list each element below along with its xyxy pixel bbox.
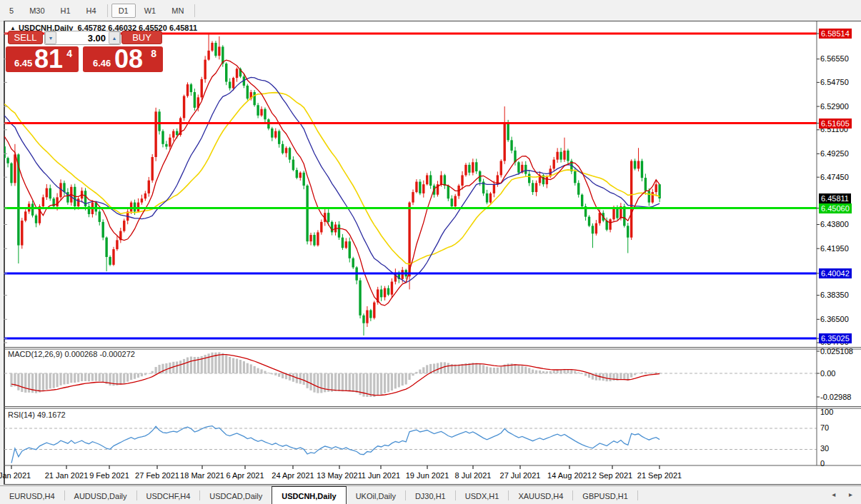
timeframe-toolbar: 5M30H1H4D1W1MN [0, 0, 861, 21]
tab-scroll-arrows[interactable]: ◂ ▸ [832, 490, 858, 498]
sell-price-big: 81 [34, 46, 63, 72]
chart-tab-audusd[interactable]: AUDUSD,Daily [65, 486, 136, 504]
timeframe-button-5[interactable]: 5 [2, 4, 21, 18]
timeframe-button-w1[interactable]: W1 [137, 4, 164, 18]
chart-tab-eurusd[interactable]: EURUSD,H4 [0, 486, 64, 504]
sell-price-pip: 4 [66, 48, 72, 59]
tab-separator [637, 490, 638, 500]
price-chart-canvas[interactable] [4, 21, 861, 485]
timeframe-button-d1[interactable]: D1 [111, 4, 136, 18]
toolbar-separator [194, 4, 195, 17]
timeframe-button-h4[interactable]: H4 [79, 4, 104, 18]
volume-input[interactable] [56, 31, 109, 44]
chart-tab-xauusd[interactable]: XAUUSD,H4 [509, 486, 572, 504]
volume-increase-button[interactable]: ▲ [109, 31, 120, 44]
chart-tab-usdchf[interactable]: USDCHF,H4 [137, 486, 200, 504]
sell-button[interactable]: SELL [8, 31, 43, 44]
buy-price-block[interactable]: 6.46 08 8 [83, 46, 163, 72]
buy-price-big: 08 [114, 46, 143, 72]
chart-tab-usdx[interactable]: USDX,H1 [456, 486, 509, 504]
chart-tab-ukoil[interactable]: UKOil,Daily [347, 486, 405, 504]
timeframe-button-mn[interactable]: MN [164, 4, 191, 18]
volume-decrease-button[interactable]: ▼ [45, 31, 56, 44]
chart-tab-gbpusd[interactable]: GBPUSD,H1 [573, 486, 637, 504]
chart-tab-usdcad[interactable]: USDCAD,Daily [200, 486, 272, 504]
sell-price-prefix: 6.45 [14, 58, 32, 69]
volume-group: ▼ ▲ [44, 31, 121, 45]
timeframe-button-h1[interactable]: H1 [54, 4, 78, 18]
mt4-terminal: 5M30H1H4D1W1MN ▲USDCNH,Daily 6.45782 6.4… [0, 0, 861, 504]
buy-price-pip: 8 [151, 48, 156, 59]
buy-button[interactable]: BUY [121, 31, 162, 44]
buy-price-prefix: 6.46 [93, 58, 111, 69]
timeframe-button-m30[interactable]: M30 [22, 4, 51, 18]
sell-price-block[interactable]: 6.45 81 4 [6, 46, 79, 72]
toolbar-separator [107, 4, 108, 17]
chart-tab-dj30[interactable]: DJ30,H1 [406, 486, 455, 504]
chart-tab-bar: EURUSD,H4AUDUSD,DailyUSDCHF,H4USDCAD,Dai… [0, 485, 861, 504]
one-click-trade-panel: SELL ▼ ▲ BUY 6.45 81 4 6.46 08 8 [6, 31, 164, 72]
chart-tab-usdcnh[interactable]: USDCNH,Daily [272, 486, 346, 504]
